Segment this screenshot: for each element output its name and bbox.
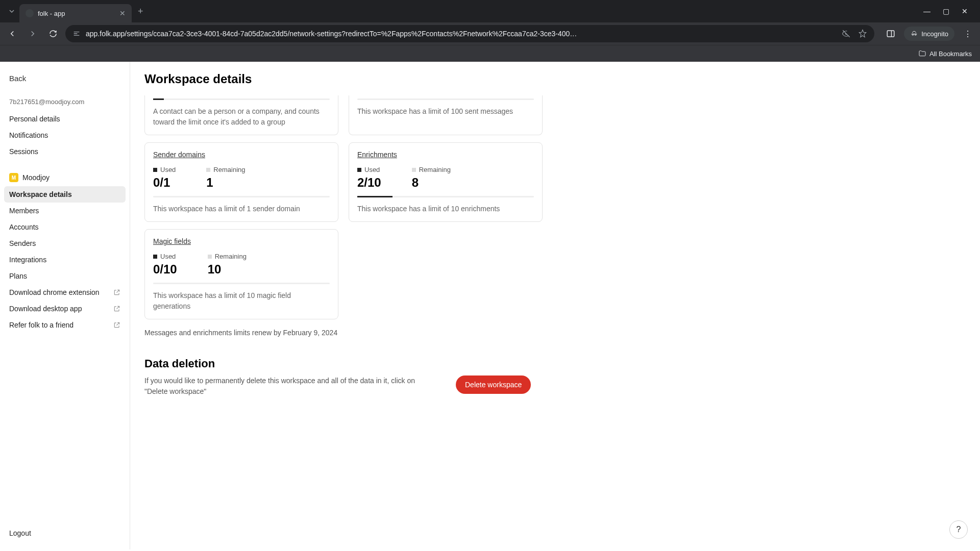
workspace-badge-icon: M xyxy=(9,173,18,182)
tab-title: folk - app xyxy=(38,10,115,17)
sidebar-item-plans[interactable]: Plans xyxy=(4,268,126,284)
card-title-link[interactable]: Sender domains xyxy=(153,151,205,159)
remaining-label: Remaining xyxy=(206,166,245,173)
incognito-label: Incognito xyxy=(921,30,948,38)
browser-chrome: folk - app ✕ + — ▢ ✕ app.folk.app/settin… xyxy=(0,0,980,62)
contacts-limit-card: A contact can be a person or a company, … xyxy=(144,95,338,135)
renew-info: Messages and enrichments limits renew by… xyxy=(144,329,966,337)
external-link-icon xyxy=(113,305,120,312)
site-settings-icon[interactable] xyxy=(72,30,81,38)
eye-off-icon[interactable] xyxy=(842,29,851,38)
used-label: Used xyxy=(153,253,177,260)
sidebar-item-logout[interactable]: Logout xyxy=(4,525,126,541)
progress-bar xyxy=(153,196,330,197)
sidebar-item-sessions[interactable]: Sessions xyxy=(4,143,126,160)
app-container: Back 7b217651@moodjoy.com Personal detai… xyxy=(0,62,980,549)
help-button[interactable]: ? xyxy=(949,520,968,539)
page-title: Workspace details xyxy=(144,72,966,86)
user-email: 7b217651@moodjoy.com xyxy=(4,98,126,111)
svg-rect-0 xyxy=(887,31,894,37)
forward-nav-icon[interactable] xyxy=(24,26,41,42)
incognito-badge[interactable]: Incognito xyxy=(904,27,954,41)
reload-icon[interactable] xyxy=(45,26,61,42)
sidebar: Back 7b217651@moodjoy.com Personal detai… xyxy=(0,62,130,549)
card-description: This workspace has a limit of 100 sent m… xyxy=(357,106,534,117)
workspace-name: Moodjoy xyxy=(22,173,50,182)
sidebar-item-senders[interactable]: Senders xyxy=(4,235,126,252)
progress-bar xyxy=(153,283,330,284)
card-description: This workspace has a limit of 10 magic f… xyxy=(153,290,330,312)
sidebar-item-chrome-extension[interactable]: Download chrome extension xyxy=(4,284,126,300)
sidebar-item-integrations[interactable]: Integrations xyxy=(4,252,126,268)
sidebar-item-workspace-details[interactable]: Workspace details xyxy=(4,186,126,203)
used-value: 0/10 xyxy=(153,262,177,277)
bookmark-star-icon[interactable] xyxy=(858,29,867,38)
magic-fields-card: Magic fields Used 0/10 Remaining 10 This… xyxy=(144,229,338,319)
tab-bar: folk - app ✕ + — ▢ ✕ xyxy=(0,0,980,22)
card-description: This workspace has a limit of 10 enrichm… xyxy=(357,204,534,214)
card-title-link[interactable]: Magic fields xyxy=(153,237,191,245)
remaining-value: 1 xyxy=(206,176,245,190)
used-label: Used xyxy=(357,166,381,173)
url-text: app.folk.app/settings/ccaa7ca2-3ce3-4001… xyxy=(86,30,837,38)
card-description: A contact can be a person or a company, … xyxy=(153,106,330,128)
deletion-description: If you would like to permanently delete … xyxy=(144,375,435,397)
external-link-icon xyxy=(113,321,120,329)
url-bar: app.folk.app/settings/ccaa7ca2-3ce3-4001… xyxy=(0,22,980,45)
maximize-icon[interactable]: ▢ xyxy=(943,7,949,15)
sender-domains-card: Sender domains Used 0/1 Remaining 1 This… xyxy=(144,142,338,222)
remaining-value: 10 xyxy=(208,262,247,277)
messages-limit-card: This workspace has a limit of 100 sent m… xyxy=(349,95,543,135)
browser-tab[interactable]: folk - app ✕ xyxy=(19,4,132,22)
used-value: 0/1 xyxy=(153,176,176,190)
all-bookmarks-link[interactable]: All Bookmarks xyxy=(918,49,972,58)
close-window-icon[interactable]: ✕ xyxy=(962,7,968,15)
delete-workspace-button[interactable]: Delete workspace xyxy=(456,375,531,394)
sidebar-item-refer[interactable]: Refer folk to a friend xyxy=(4,317,126,333)
used-value: 2/10 xyxy=(357,176,381,190)
progress-bar xyxy=(153,98,330,100)
card-description: This workspace has a limit of 1 sender d… xyxy=(153,204,330,214)
url-input[interactable]: app.folk.app/settings/ccaa7ca2-3ce3-4001… xyxy=(65,25,874,42)
window-controls: — ▢ ✕ xyxy=(915,7,976,15)
tab-search-dropdown[interactable] xyxy=(4,4,19,19)
minimize-icon[interactable]: — xyxy=(923,7,930,15)
remaining-value: 8 xyxy=(412,176,451,190)
main-content: Workspace details A contact can be a per… xyxy=(130,62,980,549)
sidebar-item-desktop-app[interactable]: Download desktop app xyxy=(4,300,126,317)
sidebar-item-personal-details[interactable]: Personal details xyxy=(4,111,126,127)
card-title-link[interactable]: Enrichments xyxy=(357,151,397,159)
side-panel-icon[interactable] xyxy=(883,26,899,42)
enrichments-card: Enrichments Used 2/10 Remaining 8 This w… xyxy=(349,142,543,222)
data-deletion-title: Data deletion xyxy=(144,357,966,370)
remaining-label: Remaining xyxy=(208,253,247,260)
sidebar-item-accounts[interactable]: Accounts xyxy=(4,219,126,235)
progress-bar xyxy=(357,98,534,100)
bookmarks-bar: All Bookmarks xyxy=(0,45,980,62)
tab-close-icon[interactable]: ✕ xyxy=(119,9,126,17)
sidebar-item-members[interactable]: Members xyxy=(4,203,126,219)
external-link-icon xyxy=(113,289,120,296)
tab-favicon xyxy=(26,9,34,17)
new-tab-button[interactable]: + xyxy=(132,6,150,17)
used-label: Used xyxy=(153,166,176,173)
progress-bar xyxy=(357,196,534,197)
browser-menu-icon[interactable]: ⋮ xyxy=(960,29,976,39)
back-nav-icon[interactable] xyxy=(4,26,20,42)
sidebar-item-notifications[interactable]: Notifications xyxy=(4,127,126,143)
sidebar-workspace-header[interactable]: M Moodjoy xyxy=(4,169,126,186)
back-link[interactable]: Back xyxy=(4,70,126,87)
remaining-label: Remaining xyxy=(412,166,451,173)
